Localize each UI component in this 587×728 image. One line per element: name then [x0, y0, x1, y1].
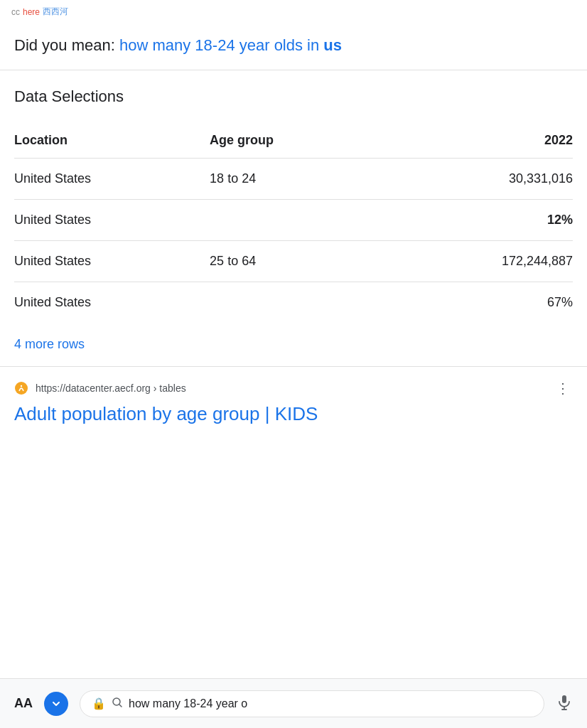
did-you-mean-link[interactable]: how many 18-24 year olds in us [119, 36, 342, 54]
result-favicon [14, 381, 28, 395]
table-cell-location: United States [14, 282, 210, 323]
did-you-mean-section: Did you mean: how many 18-24 year olds i… [0, 23, 587, 70]
did-you-mean-link-text: how many 18-24 year olds in [119, 36, 323, 54]
col-header-age-group: Age group [210, 126, 405, 159]
result-menu-button[interactable]: ⋮ [553, 378, 573, 398]
result-url: https://datacenter.aecf.org › tables [36, 382, 186, 394]
table-row: United States67% [14, 282, 573, 323]
did-you-mean-bold: us [323, 36, 342, 54]
table-cell-location: United States [14, 158, 210, 199]
table-cell-value: 67% [405, 282, 573, 323]
data-selections-section: Data Selections Location Age group 2022 … [0, 70, 587, 323]
watermark-cc: cc [11, 7, 20, 17]
table-row: United States18 to 2430,331,016 [14, 158, 573, 199]
favicon-icon [14, 381, 28, 395]
table-cell-location: United States [14, 199, 210, 240]
result-source-left: https://datacenter.aecf.org › tables [14, 381, 186, 395]
table-cell-value: 12% [405, 199, 573, 240]
table-cell-age-group [210, 282, 405, 323]
table-cell-location: United States [14, 240, 210, 282]
watermark-here: here [23, 7, 40, 17]
table-cell-value: 172,244,887 [405, 240, 573, 282]
browser-bar: AA 🔒 how many 18-24 year o [0, 678, 587, 728]
col-header-location: Location [14, 126, 210, 159]
result-title-link[interactable]: Adult population by age group | KIDS [14, 403, 318, 424]
table-header-row: Location Age group 2022 [14, 126, 573, 159]
table-cell-age-group: 18 to 24 [210, 158, 405, 199]
browser-down-button[interactable] [44, 692, 68, 716]
search-result-section: https://datacenter.aecf.org › tables ⋮ A… [0, 366, 587, 435]
col-header-year: 2022 [405, 126, 573, 159]
lock-icon: 🔒 [92, 697, 106, 710]
microphone-icon [556, 694, 573, 711]
more-rows-link[interactable]: 4 more rows [14, 337, 85, 351]
watermark-chinese: 西西河 [43, 6, 68, 18]
table-cell-value: 30,331,016 [405, 158, 573, 199]
svg-rect-3 [562, 695, 566, 703]
table-cell-age-group: 25 to 64 [210, 240, 405, 282]
svg-point-1 [21, 385, 22, 387]
top-bar: cc here 西西河 [0, 0, 587, 23]
data-table: Location Age group 2022 United States18 … [14, 126, 573, 323]
more-rows-section: 4 more rows [0, 323, 587, 366]
table-cell-age-group [210, 199, 405, 240]
search-icon [112, 697, 123, 711]
section-title: Data Selections [14, 87, 573, 106]
result-source-row: https://datacenter.aecf.org › tables ⋮ [14, 378, 573, 398]
did-you-mean-prefix: Did you mean: [14, 36, 119, 54]
table-row: United States25 to 64172,244,887 [14, 240, 573, 282]
browser-search-area[interactable]: 🔒 how many 18-24 year o [80, 690, 544, 717]
browser-search-text: how many 18-24 year o [129, 697, 532, 710]
browser-aa-label[interactable]: AA [14, 696, 33, 711]
table-row: United States12% [14, 199, 573, 240]
down-arrow-icon [50, 698, 62, 710]
microphone-button[interactable] [556, 694, 573, 714]
